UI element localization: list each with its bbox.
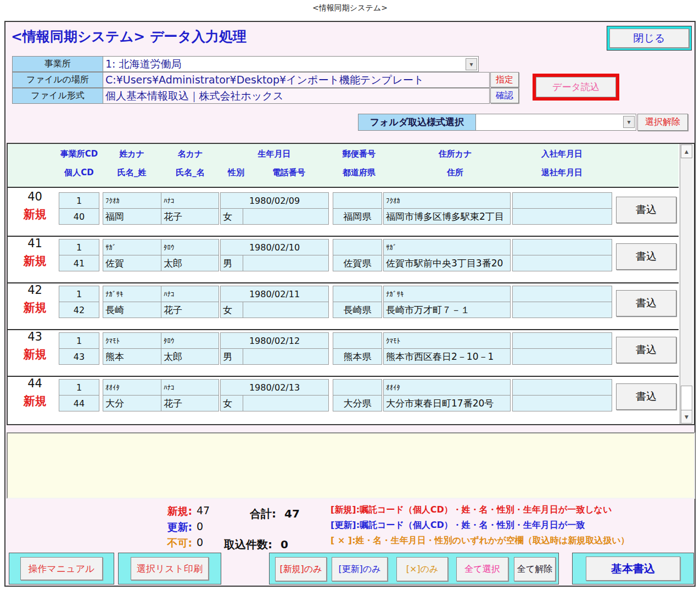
cell-sei[interactable]: 福岡: [103, 208, 161, 225]
scroll-down-icon[interactable]: ▼: [681, 410, 692, 424]
cell-postal[interactable]: [333, 239, 382, 255]
cell-sei[interactable]: 大分: [103, 395, 161, 411]
cell-addr-kana[interactable]: ﾌｸｵｶ: [383, 192, 511, 209]
file-location-field[interactable]: C:¥Users¥Administrator¥Desktop¥インポート機能テン…: [103, 72, 490, 88]
scrollbar-thumb[interactable]: [681, 386, 692, 410]
only-x-button[interactable]: [×]のみ: [396, 557, 448, 581]
cell-birth[interactable]: 1980/02/11: [220, 286, 329, 302]
write-button[interactable]: 書込: [616, 197, 676, 223]
cell-person-cd[interactable]: 42: [59, 302, 99, 318]
cell-sei-kana[interactable]: ｸﾏﾓﾄ: [103, 332, 161, 349]
combo-arrow-icon[interactable]: ▾: [466, 58, 477, 70]
cell-mei-kana[interactable]: ﾊﾅｺ: [161, 286, 219, 302]
cell-postal[interactable]: [333, 332, 382, 349]
cell-mei-kana[interactable]: ﾀﾛｳ: [161, 239, 219, 255]
cell-addr[interactable]: 大分市東春日町17番20号: [383, 395, 511, 411]
cell-gender[interactable]: 女: [220, 395, 243, 411]
cell-mei[interactable]: 花子: [161, 302, 219, 318]
cell-retire-date[interactable]: [512, 255, 612, 271]
cell-pref[interactable]: 福岡県: [333, 208, 382, 225]
clear-all-button[interactable]: 全て解除: [514, 557, 556, 581]
clear-selection-button[interactable]: 選択解除: [637, 114, 688, 131]
select-all-button[interactable]: 全て選択: [456, 557, 508, 581]
office-select[interactable]: 1: 北海道労働局 ▾: [103, 56, 479, 72]
manual-button[interactable]: 操作マニュアル: [20, 557, 103, 580]
cell-person-cd[interactable]: 41: [59, 255, 99, 271]
vertical-scrollbar[interactable]: ▲ ▼: [680, 144, 693, 424]
only-update-button[interactable]: [更新]のみ: [332, 557, 388, 581]
cell-hire-date[interactable]: [512, 332, 612, 349]
write-button[interactable]: 書込: [616, 243, 676, 270]
write-button[interactable]: 書込: [616, 290, 676, 316]
cell-addr[interactable]: 熊本市西区春日2－10－1: [383, 348, 511, 365]
cell-mei-kana[interactable]: ﾊﾅｺ: [161, 379, 219, 396]
cell-office-cd[interactable]: 1: [59, 332, 99, 349]
cell-person-cd[interactable]: 44: [59, 395, 99, 411]
cell-person-cd[interactable]: 40: [59, 208, 99, 225]
cell-office-cd[interactable]: 1: [59, 286, 99, 302]
cell-pref[interactable]: 長崎県: [333, 302, 382, 318]
cell-addr-kana[interactable]: ｻｶﾞ: [383, 239, 511, 255]
file-format-field[interactable]: 個人基本情報取込｜株式会社ホックス: [103, 88, 490, 104]
cell-office-cd[interactable]: 1: [59, 379, 99, 396]
cell-gender[interactable]: 男: [220, 348, 243, 365]
cell-mei[interactable]: 太郎: [161, 255, 219, 271]
cell-addr[interactable]: 長崎市万才町７－１: [383, 302, 511, 318]
cell-sei-kana[interactable]: ﾌｸｵｶ: [103, 192, 161, 209]
cell-phone[interactable]: [243, 302, 329, 318]
cell-sei-kana[interactable]: ﾅｶﾞｻｷ: [103, 286, 161, 302]
cell-retire-date[interactable]: [512, 348, 612, 365]
cell-hire-date[interactable]: [512, 379, 612, 396]
load-data-button[interactable]: データ読込: [536, 77, 616, 97]
cell-hire-date[interactable]: [512, 286, 612, 302]
cell-mei[interactable]: 太郎: [161, 348, 219, 365]
cell-addr-kana[interactable]: ｸﾏﾓﾄ: [383, 332, 511, 349]
cell-sei[interactable]: 長崎: [103, 302, 161, 318]
cell-birth[interactable]: 1980/02/10: [220, 239, 329, 255]
cell-birth[interactable]: 1980/02/09: [220, 192, 329, 209]
cell-birth[interactable]: 1980/02/13: [220, 379, 329, 396]
cell-pref[interactable]: 大分県: [333, 395, 382, 411]
cell-addr-kana[interactable]: ﾅｶﾞｻｷ: [383, 286, 511, 302]
cell-hire-date[interactable]: [512, 239, 612, 255]
cell-sei[interactable]: 熊本: [103, 348, 161, 365]
combo-arrow-icon[interactable]: ▾: [623, 116, 635, 128]
cell-office-cd[interactable]: 1: [59, 192, 99, 209]
cell-postal[interactable]: [333, 286, 382, 302]
cell-sei-kana[interactable]: ｻｶﾞ: [103, 239, 161, 255]
cell-sei[interactable]: 佐賀: [103, 255, 161, 271]
cell-pref[interactable]: 熊本県: [333, 348, 382, 365]
cell-addr[interactable]: 福岡市博多区博多駅東2丁目: [383, 208, 511, 225]
cell-phone[interactable]: [243, 255, 329, 271]
cell-phone[interactable]: [243, 208, 329, 225]
write-button[interactable]: 書込: [616, 337, 676, 363]
folder-format-select[interactable]: ▾: [475, 114, 636, 131]
cell-office-cd[interactable]: 1: [59, 239, 99, 255]
cell-addr[interactable]: 佐賀市駅前中央3丁目3番20: [383, 255, 511, 271]
cell-sei-kana[interactable]: ｵｵｲﾀ: [103, 379, 161, 396]
specify-button[interactable]: 指定: [490, 72, 519, 87]
cell-mei-kana[interactable]: ﾀﾛｳ: [161, 332, 219, 349]
cell-postal[interactable]: [333, 379, 382, 396]
cell-birth[interactable]: 1980/02/12: [220, 332, 329, 349]
basic-write-button[interactable]: 基本書込: [586, 556, 680, 581]
confirm-button[interactable]: 確認: [490, 88, 519, 103]
cell-mei-kana[interactable]: ﾊﾅｺ: [161, 192, 219, 209]
print-selection-list-button[interactable]: 選択リスト印刷: [131, 557, 209, 580]
cell-pref[interactable]: 佐賀県: [333, 255, 382, 271]
cell-mei[interactable]: 花子: [161, 208, 219, 225]
cell-retire-date[interactable]: [512, 395, 612, 411]
cell-postal[interactable]: [333, 192, 382, 209]
write-button[interactable]: 書込: [616, 383, 676, 410]
cell-gender[interactable]: 女: [220, 302, 243, 318]
cell-hire-date[interactable]: [512, 192, 612, 209]
only-new-button[interactable]: [新規]のみ: [275, 557, 327, 581]
cell-gender[interactable]: 女: [220, 208, 243, 225]
cell-gender[interactable]: 男: [220, 255, 243, 271]
cell-mei[interactable]: 花子: [161, 395, 219, 411]
cell-retire-date[interactable]: [512, 208, 612, 225]
cell-phone[interactable]: [243, 348, 329, 365]
close-button[interactable]: 閉じる: [609, 29, 689, 48]
cell-person-cd[interactable]: 43: [59, 348, 99, 365]
cell-addr-kana[interactable]: ｵｵｲﾀ: [383, 379, 511, 396]
